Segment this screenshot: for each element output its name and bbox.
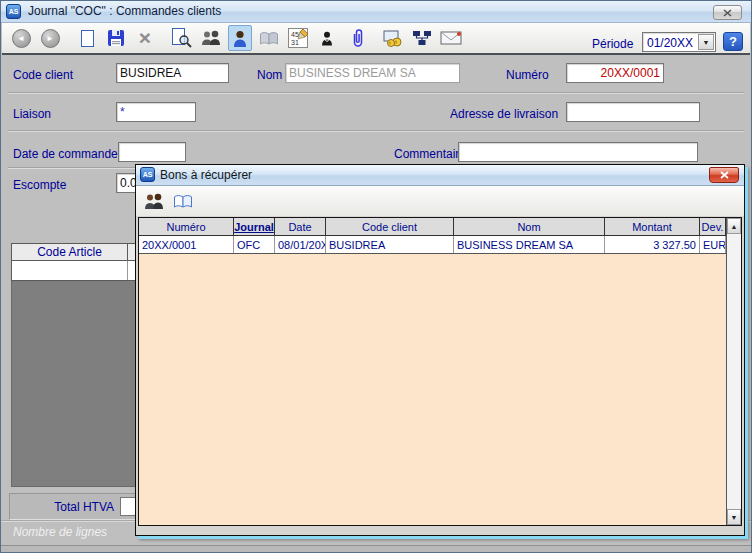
column-header-montant[interactable]: Montant — [605, 218, 700, 235]
mail-icon — [440, 31, 462, 45]
cell-journal: OFC — [234, 236, 275, 253]
contacts-icon — [143, 193, 165, 210]
calendar-edit-button[interactable]: 45/ 31 — [285, 24, 311, 52]
table-row[interactable]: 20XX/0001 OFC 08/01/20XX BUSIDREA BUSINE… — [139, 236, 726, 254]
column-header-code-client[interactable]: Code client — [326, 218, 454, 235]
payment-button[interactable] — [380, 24, 406, 52]
dialog-contacts-button[interactable] — [141, 187, 167, 215]
date-commande-label: Date de commande — [13, 147, 118, 161]
separator — [8, 92, 744, 94]
date-commande-field[interactable] — [118, 142, 186, 162]
main-toolbar: ◄ ► × — [2, 23, 750, 55]
delete-button[interactable]: × — [132, 24, 158, 52]
catalog-icon — [173, 194, 193, 209]
application-window: AS Journal "COC" : Commandes clients ◄ ► — [0, 0, 752, 553]
scroll-down-button[interactable]: ▼ — [727, 509, 741, 525]
payment-icon — [382, 30, 404, 47]
mail-button[interactable] — [438, 24, 464, 52]
vertical-scrollbar[interactable]: ▲ ▼ — [726, 218, 741, 525]
app-logo-icon: AS — [6, 4, 21, 19]
catalog-button[interactable] — [256, 24, 282, 52]
customer-icon — [232, 30, 248, 47]
cell-dev: EUR — [700, 236, 726, 253]
attachment-icon — [350, 28, 363, 48]
bons-table-header-row: Numéro Journal Date Code client Nom Mont… — [139, 218, 726, 236]
escompte-label: Escompte — [13, 178, 66, 192]
close-icon — [723, 9, 732, 17]
commentaire-label: Commentaire — [394, 147, 466, 161]
code-client-field[interactable] — [116, 63, 229, 83]
cell-montant: 3 327.50 — [605, 236, 700, 253]
help-button[interactable]: ? — [723, 32, 743, 51]
forward-icon: ► — [41, 29, 60, 48]
cell-numero: 20XX/0001 — [139, 236, 234, 253]
contacts-icon — [200, 30, 222, 46]
dialog-close-button[interactable] — [709, 167, 739, 183]
scroll-up-button[interactable]: ▲ — [727, 218, 741, 234]
new-document-button[interactable] — [74, 24, 100, 52]
dialog-title: Bons à récupérer — [160, 168, 252, 182]
print-preview-button[interactable] — [169, 24, 195, 52]
dialog-catalog-button[interactable] — [170, 187, 196, 215]
column-header-dev[interactable]: Dev. — [700, 218, 726, 235]
title-bar[interactable]: AS Journal "COC" : Commandes clients — [1, 1, 751, 23]
bons-table: Numéro Journal Date Code client Nom Mont… — [138, 217, 742, 526]
numero-field[interactable] — [566, 63, 664, 83]
numero-label: Numéro — [506, 68, 549, 82]
liaison-field[interactable] — [116, 102, 196, 122]
cell-code-client: BUSIDREA — [326, 236, 454, 253]
cell-nom: BUSINESS DREAM SA — [454, 236, 605, 253]
forward-button[interactable]: ► — [37, 24, 63, 52]
cell-date: 08/01/20XX — [275, 236, 326, 253]
print-preview-icon — [172, 28, 192, 48]
liaison-label: Liaison — [13, 107, 51, 121]
save-button[interactable] — [103, 24, 129, 52]
scroll-up-icon: ▲ — [731, 223, 738, 230]
delete-icon: × — [139, 29, 151, 47]
separator — [8, 130, 744, 132]
code-client-label: Code client — [13, 68, 73, 82]
commentaire-field[interactable] — [458, 142, 698, 162]
adresse-livraison-field[interactable] — [566, 102, 700, 122]
column-header-journal[interactable]: Journal — [234, 218, 275, 235]
structure-icon — [412, 30, 432, 46]
user-button[interactable] — [314, 24, 340, 52]
total-htva-label: Total HTVA — [10, 500, 114, 514]
nom-label: Nom — [257, 68, 282, 82]
structure-button[interactable] — [409, 24, 435, 52]
catalog-icon — [259, 31, 279, 46]
period-value: 01/20XX — [647, 36, 693, 50]
save-icon — [107, 29, 125, 47]
back-button[interactable]: ◄ — [8, 24, 34, 52]
code-article-header[interactable]: Code Article — [12, 244, 128, 260]
chevron-down-icon[interactable]: ▼ — [698, 34, 714, 50]
scroll-down-icon: ▼ — [731, 514, 738, 521]
help-icon: ? — [729, 34, 737, 49]
new-document-icon — [81, 30, 94, 47]
dialog-toolbar — [136, 186, 744, 216]
window-title: Journal "COC" : Commandes clients — [28, 4, 221, 18]
close-icon — [720, 171, 729, 179]
dialog-title-bar[interactable]: AS Bons à récupérer — [136, 165, 744, 186]
attachment-button[interactable] — [343, 24, 369, 52]
calendar-edit-icon: 45/ 31 — [288, 28, 308, 48]
back-icon: ◄ — [12, 29, 31, 48]
adresse-livraison-label: Adresse de livraison — [450, 107, 558, 121]
period-combobox[interactable]: 01/20XX ▼ — [642, 32, 716, 52]
column-header-date[interactable]: Date — [275, 218, 326, 235]
window-bottom-frame — [1, 545, 751, 552]
column-header-numero[interactable]: Numéro — [139, 218, 234, 235]
bons-a-recuperer-dialog: AS Bons à récupérer Numéro — [135, 164, 745, 536]
user-icon — [321, 31, 333, 46]
customer-button[interactable] — [227, 24, 253, 52]
close-button[interactable] — [713, 5, 742, 20]
period-label: Période — [592, 37, 633, 51]
column-header-nom[interactable]: Nom — [454, 218, 605, 235]
status-bar-text: Nombre de lignes — [13, 525, 107, 539]
contacts-button[interactable] — [198, 24, 224, 52]
app-logo-icon: AS — [140, 167, 155, 182]
nom-field — [285, 63, 460, 83]
